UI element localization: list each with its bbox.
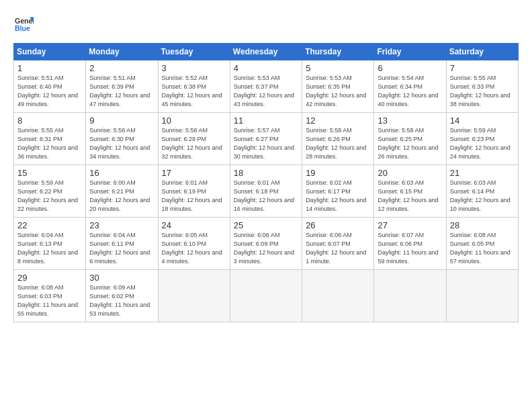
day-number: 24 <box>162 220 227 230</box>
day-number: 21 <box>450 168 515 178</box>
day-info: Sunrise: 5:51 AM Sunset: 6:40 PM Dayligh… <box>17 74 83 109</box>
weekday-thursday: Thursday <box>302 44 374 60</box>
day-info: Sunrise: 5:59 AM Sunset: 6:23 PM Dayligh… <box>450 126 515 161</box>
day-info: Sunrise: 6:05 AM Sunset: 6:10 PM Dayligh… <box>162 231 227 266</box>
day-info: Sunrise: 5:51 AM Sunset: 6:39 PM Dayligh… <box>89 74 154 109</box>
weekday-monday: Monday <box>86 44 158 60</box>
day-info: Sunrise: 5:53 AM Sunset: 6:35 PM Dayligh… <box>306 74 371 109</box>
day-cell-24: 24Sunrise: 6:05 AM Sunset: 6:10 PM Dayli… <box>158 218 230 270</box>
day-info: Sunrise: 5:57 AM Sunset: 6:27 PM Dayligh… <box>234 126 299 161</box>
day-cell-2: 2Sunrise: 5:51 AM Sunset: 6:39 PM Daylig… <box>86 60 158 113</box>
day-info: Sunrise: 6:01 AM Sunset: 6:18 PM Dayligh… <box>234 179 299 214</box>
day-info: Sunrise: 5:52 AM Sunset: 6:38 PM Dayligh… <box>162 74 227 109</box>
day-number: 3 <box>162 63 227 73</box>
day-info: Sunrise: 6:09 AM Sunset: 6:02 PM Dayligh… <box>89 283 154 318</box>
day-number: 12 <box>306 116 371 126</box>
day-info: Sunrise: 6:00 AM Sunset: 6:21 PM Dayligh… <box>89 179 154 214</box>
day-cell-18: 18Sunrise: 6:01 AM Sunset: 6:18 PM Dayli… <box>230 165 302 218</box>
calendar-table: SundayMondayTuesdayWednesdayThursdayFrid… <box>13 43 519 322</box>
day-cell-10: 10Sunrise: 5:56 AM Sunset: 6:29 PM Dayli… <box>158 113 230 165</box>
day-cell-12: 12Sunrise: 5:58 AM Sunset: 6:26 PM Dayli… <box>302 113 374 165</box>
day-number: 7 <box>450 63 515 73</box>
day-info: Sunrise: 6:04 AM Sunset: 6:13 PM Dayligh… <box>17 231 83 266</box>
day-number: 26 <box>306 220 371 230</box>
day-number: 2 <box>89 63 154 73</box>
day-info: Sunrise: 5:56 AM Sunset: 6:29 PM Dayligh… <box>162 126 227 161</box>
day-info: Sunrise: 5:58 AM Sunset: 6:26 PM Dayligh… <box>306 126 371 161</box>
day-cell-11: 11Sunrise: 5:57 AM Sunset: 6:27 PM Dayli… <box>230 113 302 165</box>
day-info: Sunrise: 5:53 AM Sunset: 6:37 PM Dayligh… <box>234 74 299 109</box>
day-info: Sunrise: 6:06 AM Sunset: 6:07 PM Dayligh… <box>306 231 371 266</box>
day-number: 8 <box>17 116 83 126</box>
day-number: 30 <box>89 273 154 283</box>
day-info: Sunrise: 6:07 AM Sunset: 6:06 PM Dayligh… <box>378 231 443 266</box>
day-info: Sunrise: 6:04 AM Sunset: 6:11 PM Dayligh… <box>89 231 154 266</box>
day-info: Sunrise: 5:59 AM Sunset: 6:22 PM Dayligh… <box>17 179 83 214</box>
day-number: 4 <box>234 63 299 73</box>
week-row-5: 29Sunrise: 6:08 AM Sunset: 6:03 PM Dayli… <box>14 270 519 322</box>
day-info: Sunrise: 5:58 AM Sunset: 6:25 PM Dayligh… <box>378 126 443 161</box>
day-info: Sunrise: 6:01 AM Sunset: 6:19 PM Dayligh… <box>162 179 227 214</box>
day-cell-21: 21Sunrise: 6:03 AM Sunset: 6:14 PM Dayli… <box>446 165 518 218</box>
week-row-2: 8Sunrise: 5:55 AM Sunset: 6:31 PM Daylig… <box>14 113 519 165</box>
svg-text:Blue: Blue <box>15 24 30 32</box>
day-number: 14 <box>450 116 515 126</box>
day-cell-29: 29Sunrise: 6:08 AM Sunset: 6:03 PM Dayli… <box>14 270 86 322</box>
day-cell-16: 16Sunrise: 6:00 AM Sunset: 6:21 PM Dayli… <box>86 165 158 218</box>
day-number: 16 <box>89 168 154 178</box>
day-number: 15 <box>17 168 83 178</box>
day-info: Sunrise: 5:54 AM Sunset: 6:34 PM Dayligh… <box>378 74 443 109</box>
weekday-saturday: Saturday <box>446 44 518 60</box>
empty-cell <box>446 270 518 322</box>
day-cell-27: 27Sunrise: 6:07 AM Sunset: 6:06 PM Dayli… <box>374 218 446 270</box>
day-info: Sunrise: 5:56 AM Sunset: 6:30 PM Dayligh… <box>89 126 154 161</box>
day-number: 29 <box>17 273 83 283</box>
day-cell-8: 8Sunrise: 5:55 AM Sunset: 6:31 PM Daylig… <box>14 113 86 165</box>
day-cell-14: 14Sunrise: 5:59 AM Sunset: 6:23 PM Dayli… <box>446 113 518 165</box>
day-number: 9 <box>89 116 154 126</box>
day-number: 5 <box>306 63 371 73</box>
day-info: Sunrise: 6:08 AM Sunset: 6:03 PM Dayligh… <box>17 283 83 318</box>
weekday-tuesday: Tuesday <box>158 44 230 60</box>
day-cell-1: 1Sunrise: 5:51 AM Sunset: 6:40 PM Daylig… <box>14 60 86 113</box>
logo-icon: General Blue <box>15 15 34 34</box>
day-number: 27 <box>378 220 443 230</box>
day-cell-15: 15Sunrise: 5:59 AM Sunset: 6:22 PM Dayli… <box>14 165 86 218</box>
empty-cell <box>230 270 302 322</box>
day-info: Sunrise: 6:08 AM Sunset: 6:05 PM Dayligh… <box>450 231 515 266</box>
day-info: Sunrise: 5:55 AM Sunset: 6:33 PM Dayligh… <box>450 74 515 109</box>
calendar-page: General Blue SundayMondayTuesdayWednesda… <box>0 0 532 411</box>
day-number: 6 <box>378 63 443 73</box>
day-info: Sunrise: 5:55 AM Sunset: 6:31 PM Dayligh… <box>17 126 83 161</box>
week-row-3: 15Sunrise: 5:59 AM Sunset: 6:22 PM Dayli… <box>14 165 519 218</box>
day-number: 13 <box>378 116 443 126</box>
day-number: 11 <box>234 116 299 126</box>
day-cell-4: 4Sunrise: 5:53 AM Sunset: 6:37 PM Daylig… <box>230 60 302 113</box>
day-cell-6: 6Sunrise: 5:54 AM Sunset: 6:34 PM Daylig… <box>374 60 446 113</box>
logo: General Blue <box>13 15 34 36</box>
day-cell-30: 30Sunrise: 6:09 AM Sunset: 6:02 PM Dayli… <box>86 270 158 322</box>
day-cell-7: 7Sunrise: 5:55 AM Sunset: 6:33 PM Daylig… <box>446 60 518 113</box>
day-cell-13: 13Sunrise: 5:58 AM Sunset: 6:25 PM Dayli… <box>374 113 446 165</box>
day-number: 25 <box>234 220 299 230</box>
day-cell-20: 20Sunrise: 6:03 AM Sunset: 6:15 PM Dayli… <box>374 165 446 218</box>
weekday-sunday: Sunday <box>14 44 86 60</box>
empty-cell <box>158 270 230 322</box>
day-number: 23 <box>89 220 154 230</box>
day-number: 22 <box>17 220 83 230</box>
day-info: Sunrise: 6:03 AM Sunset: 6:14 PM Dayligh… <box>450 179 515 214</box>
day-cell-23: 23Sunrise: 6:04 AM Sunset: 6:11 PM Dayli… <box>86 218 158 270</box>
day-cell-26: 26Sunrise: 6:06 AM Sunset: 6:07 PM Dayli… <box>302 218 374 270</box>
day-number: 17 <box>162 168 227 178</box>
day-info: Sunrise: 6:06 AM Sunset: 6:09 PM Dayligh… <box>234 231 299 266</box>
day-cell-25: 25Sunrise: 6:06 AM Sunset: 6:09 PM Dayli… <box>230 218 302 270</box>
week-row-4: 22Sunrise: 6:04 AM Sunset: 6:13 PM Dayli… <box>14 218 519 270</box>
day-cell-3: 3Sunrise: 5:52 AM Sunset: 6:38 PM Daylig… <box>158 60 230 113</box>
header: General Blue <box>13 12 519 36</box>
day-number: 1 <box>17 63 83 73</box>
day-cell-17: 17Sunrise: 6:01 AM Sunset: 6:19 PM Dayli… <box>158 165 230 218</box>
day-cell-22: 22Sunrise: 6:04 AM Sunset: 6:13 PM Dayli… <box>14 218 86 270</box>
day-number: 19 <box>306 168 371 178</box>
day-info: Sunrise: 6:02 AM Sunset: 6:17 PM Dayligh… <box>306 179 371 214</box>
empty-cell <box>374 270 446 322</box>
